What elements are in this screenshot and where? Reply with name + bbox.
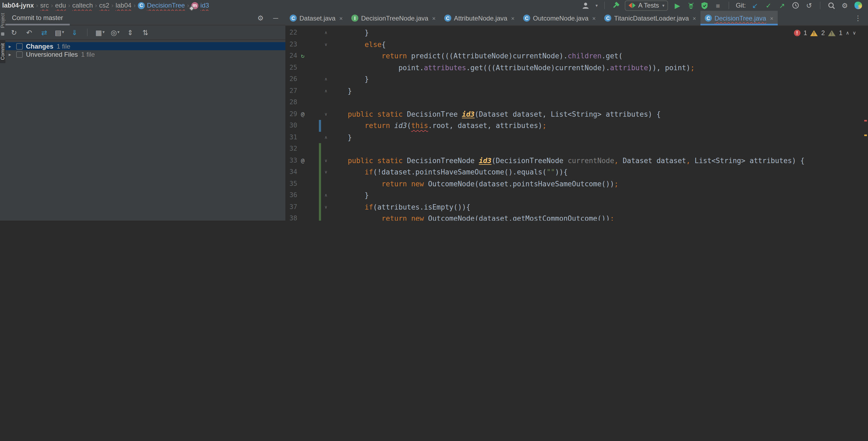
- gutter[interactable]: 26∧: [285, 73, 331, 85]
- stripe-item-commit[interactable]: Commit: [0, 40, 5, 63]
- expand-all-icon[interactable]: ⇕: [126, 28, 134, 37]
- gutter[interactable]: 22∧: [285, 27, 331, 39]
- breadcrumb-item-lab04[interactable]: lab04: [116, 2, 132, 9]
- code-line-35[interactable]: 35 return new OutcomeNode(dataset.points…: [285, 178, 868, 190]
- fold-marker-icon[interactable]: ∨: [323, 155, 329, 166]
- close-icon[interactable]: ×: [339, 15, 343, 21]
- chevron-down-icon[interactable]: ∨: [852, 30, 856, 36]
- vcs-change-marker[interactable]: [319, 178, 321, 190]
- tree-row-unversioned-files[interactable]: ▸Unversioned Files1 file: [5, 50, 285, 58]
- code-line-27[interactable]: 27∧ }: [285, 85, 868, 97]
- chevron-right-icon[interactable]: ▸: [9, 52, 13, 57]
- code-line-30[interactable]: 30 return id3(this.root, dataset, attrib…: [285, 120, 868, 132]
- rollback-icon[interactable]: ↺: [805, 1, 813, 10]
- breadcrumb-item-cs2[interactable]: cs2: [99, 2, 109, 9]
- gutter[interactable]: 29@∨: [285, 108, 331, 120]
- code-line-37[interactable]: 37∨ if(attributes.isEmpty()){: [285, 201, 868, 213]
- breadcrumb-item-src[interactable]: src: [40, 2, 49, 9]
- run-config-select[interactable]: A Tests▾: [625, 0, 668, 10]
- tab-AttributeNode.java[interactable]: CAttributeNode.java×: [440, 11, 519, 25]
- breadcrumb-item-id3[interactable]: mid3: [191, 2, 209, 9]
- code-line-34[interactable]: 34∨ if(!dataset.pointsHaveSameOutcome().…: [285, 166, 868, 178]
- fold-marker-icon[interactable]: ∧: [323, 190, 329, 201]
- fold-marker-icon[interactable]: ∧: [323, 27, 329, 39]
- close-icon[interactable]: ×: [693, 15, 696, 21]
- run-icon[interactable]: ▶: [673, 1, 682, 10]
- collapse-all-icon[interactable]: ⇅: [141, 28, 150, 37]
- code-line-23[interactable]: 23∨ else{: [285, 39, 868, 50]
- code-line-29[interactable]: 29@∨ public static DecisionTree id3(Data…: [285, 108, 868, 120]
- breadcrumb-item-edu[interactable]: edu: [55, 2, 66, 9]
- fold-marker-icon[interactable]: ∧: [323, 85, 329, 97]
- gutter[interactable]: 38: [285, 213, 331, 220]
- breadcrumb-item-lab04-jynx[interactable]: lab04-jynx: [2, 2, 34, 9]
- code-line-33[interactable]: 33@∨ public static DecisionTreeNode id3(…: [285, 155, 868, 166]
- refresh-icon[interactable]: ↻: [10, 28, 19, 37]
- close-icon[interactable]: ×: [592, 15, 596, 21]
- coverage-icon[interactable]: [700, 1, 709, 10]
- gutter[interactable]: 33@∨: [285, 155, 331, 166]
- inspections-widget[interactable]: ! 1 2 1 ∧ ∨: [792, 28, 859, 38]
- gutter[interactable]: 32: [285, 143, 331, 155]
- vcs-change-marker[interactable]: [319, 213, 321, 220]
- vcs-change-marker[interactable]: [319, 155, 321, 166]
- commit-panel-title[interactable]: Commit to master: [5, 14, 63, 22]
- code-line-36[interactable]: 36∧ }: [285, 190, 868, 201]
- close-icon[interactable]: ×: [770, 15, 773, 21]
- vcs-change-marker[interactable]: [319, 143, 321, 155]
- vcs-change-marker[interactable]: [319, 190, 321, 201]
- stop-icon[interactable]: ■: [714, 1, 722, 10]
- git-commit-icon[interactable]: ✓: [764, 1, 773, 10]
- stripe-item-project[interactable]: Project: [0, 13, 5, 28]
- code-line-22[interactable]: 22∧ }: [285, 27, 868, 39]
- gutter[interactable]: 34∨: [285, 166, 331, 178]
- close-icon[interactable]: ×: [432, 15, 436, 21]
- diff-icon[interactable]: ⇄: [40, 28, 49, 37]
- user-icon[interactable]: [582, 1, 590, 10]
- ide-sphere-icon[interactable]: [854, 1, 863, 10]
- code-area[interactable]: 22∧ }23∨ else{24↻ return predict(((Attri…: [285, 25, 868, 220]
- tab-DecisionTreeNode.java[interactable]: IDecisionTreeNode.java×: [347, 11, 440, 25]
- close-icon[interactable]: ×: [511, 15, 515, 21]
- hide-icon[interactable]: ─: [271, 13, 280, 22]
- code-line-28[interactable]: 28: [285, 97, 868, 108]
- undo-icon[interactable]: ↶: [25, 28, 33, 37]
- tab-TitanicDatasetLoader.java[interactable]: CTitanicDatasetLoader.java×: [600, 11, 701, 25]
- vcs-change-marker[interactable]: [319, 166, 321, 178]
- code-line-25[interactable]: 25 point.attributes.get(((AttributeNode)…: [285, 62, 868, 73]
- gutter[interactable]: 27∧: [285, 85, 331, 97]
- code-line-32[interactable]: 32: [285, 143, 868, 155]
- fold-marker-icon[interactable]: ∨: [323, 108, 329, 120]
- gutter[interactable]: 24↻: [285, 50, 331, 62]
- breadcrumb-item-caltech[interactable]: caltech: [72, 2, 93, 9]
- gutter[interactable]: 23∨: [285, 39, 331, 50]
- tab-DecisionTree.java[interactable]: CDecisionTree.java×: [701, 11, 778, 25]
- chevron-right-icon[interactable]: ▸: [9, 43, 13, 49]
- gutter[interactable]: 37∨: [285, 201, 331, 213]
- breadcrumb-item-DecisionTree[interactable]: CDecisionTree: [138, 2, 185, 9]
- row-checkbox[interactable]: [16, 43, 23, 49]
- changelist-icon[interactable]: ▤▾: [55, 28, 64, 37]
- fold-marker-icon[interactable]: ∨: [323, 166, 329, 178]
- code-line-24[interactable]: 24↻ return predict(((AttributeNode)curre…: [285, 50, 868, 62]
- stripe-warning-mark[interactable]: [864, 134, 867, 136]
- vcs-change-marker[interactable]: [319, 120, 321, 132]
- tab-Dataset.java[interactable]: CDataset.java×: [285, 11, 347, 25]
- gutter[interactable]: 35: [285, 178, 331, 190]
- gutter[interactable]: 31∧: [285, 132, 331, 143]
- search-icon[interactable]: [827, 1, 836, 10]
- git-push-icon[interactable]: ↗: [778, 1, 786, 10]
- code-line-26[interactable]: 26∧ }: [285, 73, 868, 85]
- gutter[interactable]: 30: [285, 120, 331, 132]
- history-icon[interactable]: [791, 1, 800, 10]
- gutter[interactable]: 28: [285, 97, 331, 108]
- group-by-icon[interactable]: ▦▾: [96, 28, 104, 37]
- fold-marker-icon[interactable]: ∨: [323, 39, 329, 50]
- gutter[interactable]: 36∧: [285, 190, 331, 201]
- fold-marker-icon[interactable]: ∧: [323, 132, 329, 143]
- tree-row-changes[interactable]: ▸Changes1 file: [5, 42, 285, 50]
- chevron-down-icon[interactable]: ▾: [596, 3, 598, 8]
- gutter[interactable]: 25: [285, 62, 331, 73]
- fold-marker-icon[interactable]: ∨: [323, 201, 329, 213]
- fold-marker-icon[interactable]: ∧: [323, 73, 329, 85]
